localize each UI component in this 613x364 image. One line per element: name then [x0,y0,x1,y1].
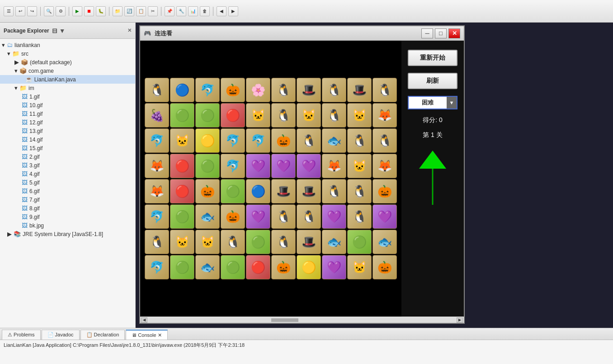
game-cell[interactable]: 🟢 [170,255,194,279]
game-cell[interactable]: 🐬 [145,128,169,153]
game-cell[interactable]: 💜 [246,154,270,178]
game-cell[interactable]: 🎃 [373,255,397,279]
game-cell[interactable]: 🐧 [221,230,245,254]
panel-minimize-icon[interactable]: ⊟ [52,27,57,34]
tree-item-12gif[interactable]: 🖼 12.gif [0,118,135,127]
tree-item-im[interactable]: ▾ 📁 im [0,84,135,92]
game-cell[interactable]: 🟢 [195,103,220,128]
toolbar-btn-gear[interactable]: ⚙ [56,6,66,16]
game-cell[interactable]: 🐬 [246,128,270,153]
game-cell[interactable]: 💜 [297,154,321,178]
game-cell[interactable]: 🟢 [221,255,245,279]
game-cell[interactable]: 🔵 [246,179,270,203]
tab-problems[interactable]: ⚠ Problems [2,330,41,340]
game-cell[interactable]: 🟢 [221,179,245,203]
tree-item-10gif[interactable]: 🖼 10.gif [0,101,135,109]
tree-item-6gif[interactable]: 🖼 6.gif [0,187,135,195]
game-cell[interactable]: 🐧 [271,204,296,229]
game-cell[interactable]: 🐱 [347,255,372,279]
game-cell[interactable]: 🐧 [322,78,346,102]
tree-item-9gif[interactable]: 🖼 9.gif [0,213,135,221]
tree-item-src[interactable]: ▾ 📁 src [0,49,135,58]
toolbar-btn-cut[interactable]: ✂ [148,6,158,16]
game-cell[interactable]: 🎩 [297,179,321,203]
toolbar-btn-nav-back[interactable]: ◀ [217,6,226,16]
toolbar-btn-copy[interactable]: 📋 [136,6,146,16]
tree-item-8gif[interactable]: 🖼 8.gif [0,204,135,213]
game-cell[interactable]: 🎩 [347,78,372,102]
difficulty-selector[interactable]: 困难 ▼ [408,96,457,109]
game-cell[interactable]: 🐱 [170,230,194,254]
game-cell[interactable]: 🔴 [170,179,194,203]
restart-button[interactable]: 重新开始 [408,50,457,66]
game-cell[interactable]: 🎃 [221,78,245,102]
toolbar-btn-2[interactable]: ↩ [15,6,25,16]
tree-item-default-package[interactable]: ▶ 📦 (default package) [0,58,135,66]
game-cell[interactable]: 🌸 [246,78,270,102]
game-cell[interactable]: 🐧 [373,78,397,102]
game-cell[interactable]: 🦊 [373,154,397,178]
game-cell[interactable]: 🐧 [145,230,169,254]
game-cell[interactable]: 🐧 [347,179,372,203]
tree-item-15gif[interactable]: 🖼 15.gif [0,144,135,152]
game-cell[interactable]: 🐟 [195,204,220,229]
toolbar-btn-1[interactable]: ☰ [4,6,14,16]
tree-item-7gif[interactable]: 🖼 7.gif [0,195,135,204]
game-cell[interactable]: 🟢 [195,154,220,178]
game-cell[interactable]: 💜 [373,204,397,229]
game-cell[interactable]: 💜 [246,204,270,229]
tree-item-5gif[interactable]: 🖼 5.gif [0,178,135,187]
scroll-left-button[interactable]: ◀ [141,317,147,323]
difficulty-arrow-icon[interactable]: ▼ [447,97,457,109]
game-cell[interactable]: 🎃 [195,179,220,203]
minimize-button[interactable]: ─ [421,28,433,38]
game-cell[interactable]: 🐬 [195,78,220,102]
game-cell[interactable]: 🐧 [297,128,321,153]
game-cell[interactable]: 🐬 [145,255,169,279]
toolbar-btn-refresh[interactable]: 🔄 [124,6,134,16]
game-cell[interactable]: 🐧 [373,128,397,153]
tree-item-lianliankan[interactable]: ▾ 🗂 lianliankan [0,41,135,49]
game-cell[interactable]: 🔴 [221,103,245,128]
game-cell[interactable]: 🐱 [347,103,372,128]
toolbar-btn-delete[interactable]: 🗑 [200,6,210,16]
toolbar-btn-debug[interactable]: 🐛 [96,6,106,16]
game-cell[interactable]: 🐧 [271,78,296,102]
game-cell[interactable]: 💜 [322,255,346,279]
game-cell[interactable]: 🐟 [322,230,346,254]
toolbar-btn-stop[interactable]: ⏹ [84,6,94,16]
game-cell[interactable]: 🎩 [297,78,321,102]
game-cell[interactable]: 🦊 [322,154,346,178]
game-cell[interactable]: 🎃 [271,128,296,153]
game-cell[interactable]: 🐬 [221,154,245,178]
toolbar-btn-3[interactable]: ↪ [27,6,37,16]
tree-item-4gif[interactable]: 🖼 4.gif [0,170,135,178]
game-cell[interactable]: 🍇 [145,103,169,128]
game-cell[interactable]: 🐧 [271,103,296,128]
game-cell[interactable]: 🔴 [246,255,270,279]
refresh-button[interactable]: 刷新 [408,73,457,89]
tab-console[interactable]: 🖥 Console ✕ [126,330,167,340]
game-cell[interactable]: 🐧 [297,204,321,229]
game-cell[interactable]: 🐱 [347,154,372,178]
tree-item-11gif[interactable]: 🖼 11.gif [0,109,135,118]
panel-menu-icon[interactable]: ▼ [59,27,66,34]
game-cell[interactable]: 🎃 [271,255,296,279]
tab-javadoc[interactable]: 📄 Javadoc [42,330,80,340]
toolbar-btn-tools[interactable]: 🔧 [176,6,186,16]
game-cell[interactable]: 🦊 [145,154,169,178]
game-cell[interactable]: 🦊 [145,179,169,203]
game-cell[interactable]: 🟢 [246,230,270,254]
tree-item-lianliankan-java[interactable]: ☕ LianLianKan.java [0,75,135,84]
close-button[interactable]: ✕ [448,28,460,38]
game-cell[interactable]: 🐬 [145,204,169,229]
game-cell[interactable]: 🐧 [347,128,372,153]
toolbar-btn-run[interactable]: ▶ [72,6,82,16]
game-cell[interactable]: 🟢 [347,230,372,254]
game-cell[interactable]: 🐬 [221,128,245,153]
scroll-track[interactable] [148,318,456,322]
game-cell[interactable]: 🟢 [170,103,194,128]
game-cell[interactable]: 🟡 [297,255,321,279]
game-cell[interactable]: 🐟 [195,255,220,279]
game-cell[interactable]: 🐧 [145,78,169,102]
